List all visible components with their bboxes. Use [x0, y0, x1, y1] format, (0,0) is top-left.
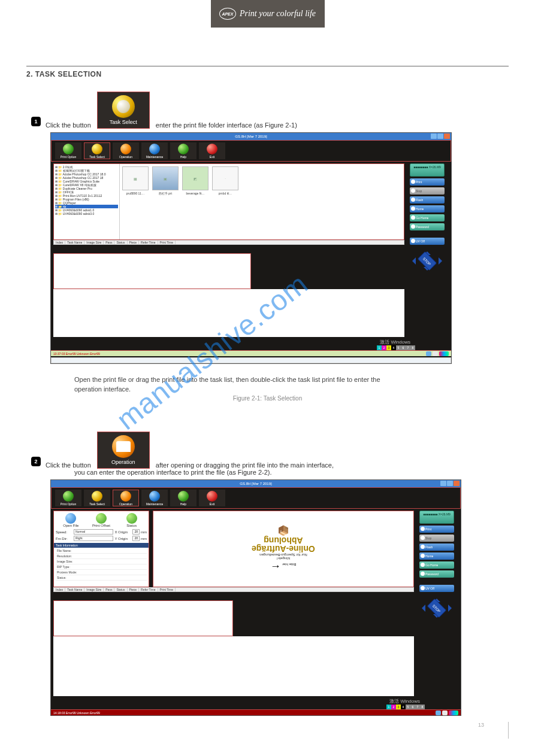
stop-button[interactable]: Stop: [410, 187, 445, 195]
window-title: GS.8H [Mar 7 2019]: [235, 135, 267, 138]
step-2-post1: after opening or dragging the print file…: [156, 462, 334, 469]
jog-stop[interactable]: STOP: [427, 599, 447, 618]
gohome-button[interactable]: Go Home: [419, 561, 454, 569]
task-queue[interactable]: [53, 253, 251, 289]
section-rule: [26, 66, 509, 66]
close-button[interactable]: [454, 481, 460, 486]
jog-pad-2[interactable]: STOP: [419, 596, 454, 620]
status-bar: 10:37:03 Error99 Unknown Error99: [51, 350, 451, 356]
taskbar: [51, 357, 451, 363]
print-preview: Bitte hier ← klingeln! Nur für Sperrgut-…: [153, 511, 414, 587]
ink-levels: 1 2 3 4 5 6 7 8: [51, 345, 451, 350]
jog-pad[interactable]: STOP: [410, 249, 445, 273]
status-icon[interactable]: [126, 513, 137, 524]
operation-button[interactable]: Operation: [113, 490, 139, 506]
home-button[interactable]: Home: [410, 205, 445, 212]
flash-button[interactable]: Flash: [410, 196, 445, 204]
task-select-button[interactable]: Task Select: [84, 490, 110, 506]
step-2-pre: Click the button: [46, 462, 91, 469]
task-columns-2: IndexTask NameImage SizePassStatusPieceR…: [53, 587, 414, 592]
activate-windows-2: 激活 Windows: [51, 698, 461, 705]
thumb-item[interactable]: ▣西杠手.prt: [152, 166, 179, 237]
arrow-left-icon[interactable]: [409, 257, 416, 265]
min-button[interactable]: [440, 481, 446, 486]
speed-select[interactable]: Normal: [74, 529, 113, 535]
x-origin-input[interactable]: 28: [132, 529, 140, 535]
right-panel-2: ■■■■■■■■ X=26.M9 Print Stop Flash Home G…: [418, 511, 456, 696]
y-origin-input[interactable]: 28: [132, 536, 140, 541]
step-2-post2: you can enter the operation interface to…: [74, 469, 509, 476]
task-info-list: File Name: Resolution: Image Size: RIP T…: [56, 548, 147, 581]
min-button[interactable]: [431, 133, 437, 139]
help-icon[interactable]: [436, 711, 441, 715]
step-1-num: 1: [31, 117, 41, 126]
operation-button[interactable]: Operation: [113, 142, 139, 159]
print-offset-icon[interactable]: [96, 513, 107, 524]
maintenance-button[interactable]: Maintenance: [141, 142, 168, 159]
brand-logo: APEX: [219, 8, 236, 20]
jog-stop[interactable]: STOP: [418, 251, 437, 271]
task-columns: IndexTask NameImage SizePassStatusPieceR…: [53, 240, 404, 245]
titlebar: GS.8H [Mar 7 2019]: [51, 133, 451, 140]
tool-icon[interactable]: [442, 711, 448, 715]
step-1: 1 Click the button Task Select enter the…: [26, 92, 509, 129]
toolbar: Print Option Task Select Operation Maint…: [51, 140, 451, 162]
home-button[interactable]: Home: [419, 552, 454, 560]
task-queue-2[interactable]: [53, 600, 233, 636]
color-icon[interactable]: [449, 711, 458, 715]
color-icon[interactable]: [439, 351, 449, 356]
step-1-pre: Click the button: [46, 122, 91, 129]
tool-icon[interactable]: [433, 351, 438, 356]
help-button[interactable]: Help: [170, 142, 197, 159]
task-select-button-example: Task Select: [97, 92, 150, 129]
task-select-label: Task Select: [110, 119, 137, 125]
screenshot-operation: GS.8H [Mar 7 2019] Print Option Task Sel…: [50, 479, 461, 716]
figure-1-caption: Figure 2-1: Task Selection: [26, 395, 509, 402]
help-icon[interactable]: [426, 351, 431, 356]
arrow-right-icon[interactable]: [439, 257, 446, 265]
stop-button[interactable]: Stop: [419, 535, 454, 542]
step-2: 2 Click the button Operation after openi…: [26, 432, 509, 469]
password-button[interactable]: Password: [410, 223, 445, 230]
activate-windows: 激活 Windows: [51, 339, 451, 345]
maintenance-button[interactable]: Maintenance: [141, 490, 168, 506]
open-file-icon[interactable]: [65, 513, 76, 524]
flash-button[interactable]: Flash: [419, 544, 454, 551]
print-button[interactable]: Print: [419, 526, 454, 533]
uv-off-button[interactable]: UV Off: [410, 238, 445, 245]
brand-slogan: Print your colorful life: [240, 9, 316, 19]
operation-panel: Open File Print Offset Status Speed:Norm…: [53, 511, 149, 587]
thumbnails[interactable]: ▦pro8890 11… ▣西杠手.prt ◩beverage fit… ·pm…: [120, 164, 404, 239]
exit-button[interactable]: Exit: [199, 490, 225, 506]
task-select-button[interactable]: Task Select: [84, 142, 110, 159]
dir-select[interactable]: Right: [74, 536, 113, 541]
print-option-button[interactable]: Print Option: [55, 490, 81, 506]
status-bar-2: 14:18:03 Error99 Unknown Error99: [51, 709, 461, 715]
step-1-post: enter the print file folder interface (a…: [156, 122, 297, 129]
thumb-item[interactable]: ◩beverage fit…: [182, 166, 208, 237]
page-number: 13: [26, 722, 509, 739]
help-button[interactable]: Help: [170, 490, 197, 506]
arrow-left-icon[interactable]: [418, 605, 425, 612]
folder-tree[interactable]: 2.0装机 校稿测试打印图下载 Adobe Photoshop CC 2017 …: [54, 164, 120, 239]
gohome-button[interactable]: Go Home: [410, 214, 445, 221]
thumb-item[interactable]: ·pmbd kl…: [212, 166, 238, 237]
titlebar-2: GS.8H [Mar 7 2019]: [51, 480, 461, 487]
max-button[interactable]: [437, 133, 443, 139]
uv-off-button[interactable]: UV Off: [419, 585, 454, 592]
close-button[interactable]: [444, 133, 450, 139]
max-button[interactable]: [447, 481, 453, 486]
arrow-right-icon[interactable]: [448, 605, 455, 612]
thumb-item[interactable]: ▦pro8890 11…: [122, 166, 149, 237]
operation-icon: [112, 435, 135, 458]
exit-button[interactable]: Exit: [199, 142, 225, 159]
window-title-2: GS.8H [Mar 7 2019]: [240, 482, 271, 485]
operation-button-example: Operation: [97, 432, 150, 469]
print-option-button[interactable]: Print Option: [55, 142, 81, 159]
password-button[interactable]: Password: [419, 570, 454, 578]
toolbar-2: Print Option Task Select Operation Maint…: [51, 487, 461, 509]
step-1-note: Open the print file or drag the print fi…: [74, 375, 509, 394]
status-error: 10:37:03 Error99 Unknown Error99: [53, 352, 100, 356]
print-button[interactable]: Print: [410, 178, 445, 186]
status-error-2: 14:18:03 Error99 Unknown Error99: [53, 711, 100, 715]
